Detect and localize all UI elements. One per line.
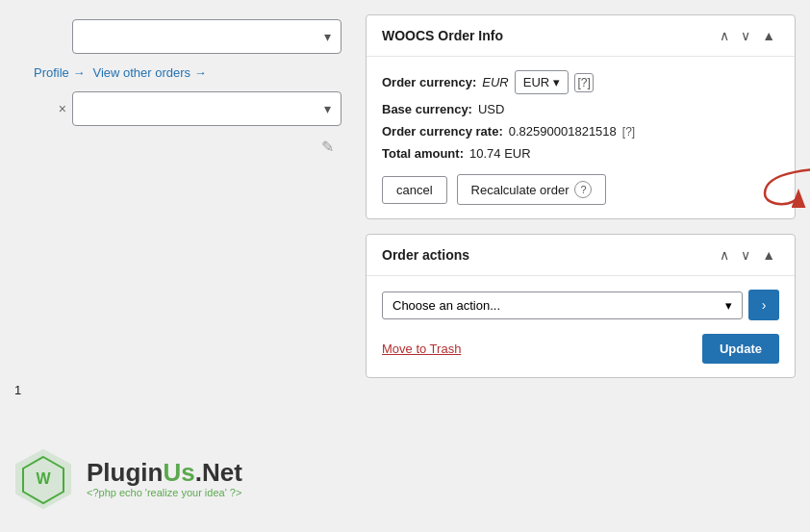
- action-select[interactable]: Choose an action... ▾: [382, 291, 743, 319]
- action-select-placeholder: Choose an action...: [392, 298, 500, 313]
- recalc-help-icon[interactable]: ?: [574, 181, 592, 198]
- currency-chevron-icon: ▾: [553, 75, 560, 89]
- woocs-expand-button[interactable]: ▲: [758, 27, 779, 44]
- total-row: Total amount: 10.74 EUR: [382, 146, 779, 161]
- order-actions-expand-button[interactable]: ▲: [758, 246, 779, 264]
- order-actions-bottom-row: Move to Trash Update: [382, 334, 779, 364]
- right-panel: WOOCS Order Info ∧ ∨ ▲ Order currency: E…: [356, 0, 810, 532]
- order-actions-controls: ∧ ∨ ▲: [716, 246, 779, 264]
- woocs-collapse-up-button[interactable]: ∧: [716, 27, 733, 44]
- first-dropdown[interactable]: ▾: [72, 19, 342, 54]
- recalculate-button[interactable]: Recalculate order ?: [457, 174, 607, 205]
- action-select-chevron-icon: ▾: [725, 298, 732, 313]
- dropdown-arrow-icon: ▾: [324, 29, 331, 44]
- profile-link[interactable]: Profile →: [34, 65, 85, 80]
- action-select-row: Choose an action... ▾ ›: [382, 290, 779, 320]
- order-actions-header: Order actions ∧ ∨ ▲: [367, 235, 795, 276]
- red-arrow-icon: [746, 165, 810, 213]
- order-actions-title: Order actions: [382, 247, 469, 263]
- woocs-card-body: Order currency: EUR EUR ▾ [?] Base curre…: [367, 57, 795, 218]
- base-currency-value: USD: [478, 102, 504, 116]
- svg-text:W: W: [36, 470, 51, 487]
- rate-label: Order currency rate:: [382, 124, 503, 139]
- view-other-orders-link[interactable]: View other orders →: [92, 65, 206, 80]
- logo-area: W PluginUs.Net <?php echo 'realize your …: [10, 445, 242, 513]
- woocs-collapse-down-button[interactable]: ∨: [737, 27, 754, 44]
- edit-area: ✎: [14, 138, 342, 156]
- order-currency-row: Order currency: EUR EUR ▾ [?]: [382, 70, 779, 94]
- base-currency-label: Base currency:: [382, 102, 472, 116]
- close-icon[interactable]: ×: [59, 101, 66, 116]
- first-dropdown-row: ▾: [14, 19, 342, 54]
- action-go-arrow-icon: ›: [762, 297, 767, 313]
- second-dropdown[interactable]: ▾: [72, 91, 342, 126]
- order-currency-italic: EUR: [482, 75, 508, 89]
- rate-help-badge[interactable]: [?]: [622, 125, 635, 139]
- pencil-icon[interactable]: ✎: [321, 138, 334, 156]
- logo-hex-icon: W: [10, 445, 77, 513]
- recalc-label: Recalculate order: [471, 183, 570, 197]
- second-dropdown-row: × ▾: [14, 91, 342, 126]
- total-label: Total amount:: [382, 146, 464, 161]
- left-panel: ▾ Profile → View other orders → × ▾ ✎ 1 …: [0, 0, 356, 532]
- cancel-button[interactable]: cancel: [382, 176, 447, 204]
- order-currency-label: Order currency:: [382, 75, 476, 89]
- order-actions-collapse-down-button[interactable]: ∨: [737, 246, 754, 264]
- logo-text: PluginUs.Net <?php echo 'realize your id…: [87, 460, 242, 498]
- woocs-card: WOOCS Order Info ∧ ∨ ▲ Order currency: E…: [366, 14, 796, 219]
- number-label: 1: [14, 383, 21, 397]
- woocs-card-controls: ∧ ∨ ▲: [716, 27, 779, 44]
- dropdown-arrow2-icon: ▾: [324, 101, 331, 116]
- rate-row: Order currency rate: 0.82590001821518 [?…: [382, 124, 779, 139]
- rate-value: 0.82590001821518: [509, 124, 617, 139]
- base-currency-row: Base currency: USD: [382, 102, 779, 116]
- currency-select-value: EUR: [523, 75, 549, 89]
- links-row: Profile → View other orders →: [14, 65, 342, 80]
- order-actions-body: Choose an action... ▾ › Move to Trash Up…: [367, 276, 795, 377]
- order-actions-collapse-up-button[interactable]: ∧: [716, 246, 733, 264]
- update-button[interactable]: Update: [702, 334, 779, 364]
- woocs-card-title: WOOCS Order Info: [382, 28, 503, 43]
- currency-help-badge[interactable]: [?]: [574, 73, 594, 92]
- move-to-trash-link[interactable]: Move to Trash: [382, 342, 461, 356]
- woocs-card-header: WOOCS Order Info ∧ ∨ ▲: [367, 15, 795, 57]
- order-actions-card: Order actions ∧ ∨ ▲ Choose an action... …: [366, 234, 796, 378]
- woocs-btn-row: cancel Recalculate order ?: [382, 174, 779, 205]
- total-value: 10.74 EUR: [469, 146, 531, 161]
- action-go-button[interactable]: ›: [748, 290, 779, 320]
- currency-select[interactable]: EUR ▾: [515, 70, 569, 94]
